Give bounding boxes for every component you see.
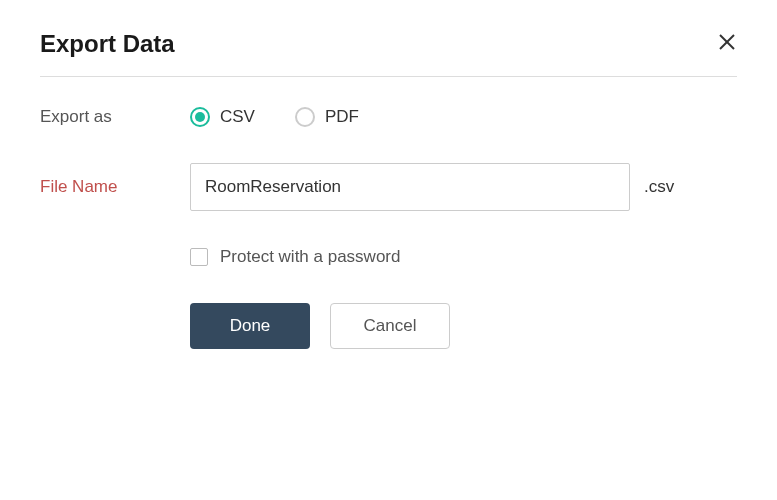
file-name-input[interactable] <box>190 163 630 211</box>
dialog-actions: Done Cancel <box>190 303 737 349</box>
protect-password-checkbox[interactable] <box>190 248 208 266</box>
cancel-button[interactable]: Cancel <box>330 303 450 349</box>
file-name-row: File Name .csv <box>40 163 737 211</box>
export-as-label: Export as <box>40 107 190 127</box>
radio-csv-label: CSV <box>220 107 255 127</box>
radio-csv[interactable]: CSV <box>190 107 255 127</box>
file-extension-label: .csv <box>644 177 674 197</box>
radio-pdf[interactable]: PDF <box>295 107 359 127</box>
close-button[interactable] <box>717 32 737 56</box>
radio-pdf-label: PDF <box>325 107 359 127</box>
export-as-row: Export as CSV PDF <box>40 107 737 127</box>
export-format-radio-group: CSV PDF <box>190 107 359 127</box>
radio-unselected-icon <box>295 107 315 127</box>
radio-selected-icon <box>190 107 210 127</box>
close-icon <box>717 32 737 52</box>
dialog-body: Export as CSV PDF File Name .csv <box>40 77 737 349</box>
dialog-title: Export Data <box>40 30 175 58</box>
dialog-header: Export Data <box>40 30 737 77</box>
done-button[interactable]: Done <box>190 303 310 349</box>
export-data-dialog: Export Data Export as CSV PDF <box>0 0 777 379</box>
protect-password-row: Protect with a password <box>190 247 737 267</box>
protect-password-label: Protect with a password <box>220 247 400 267</box>
file-name-label: File Name <box>40 177 190 197</box>
